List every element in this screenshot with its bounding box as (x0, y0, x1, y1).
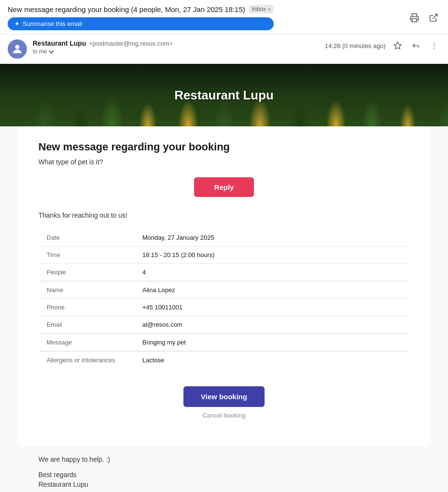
table-row: People 4 (39, 264, 410, 281)
external-link-button[interactable] (427, 11, 440, 25)
timestamp: 14:28 (0 minutes ago) (325, 42, 386, 49)
people-label: People (39, 264, 135, 281)
happy-text: We are happy to help. :) (38, 455, 410, 463)
to-me[interactable]: to me (33, 48, 173, 55)
table-row: Name Alina Lopez (39, 282, 410, 299)
name-value: Alina Lopez (135, 282, 410, 299)
top-bar-left: New message regarding your booking (4 pe… (8, 5, 274, 30)
print-button[interactable] (408, 11, 421, 25)
reply-button[interactable]: Reply (194, 177, 254, 197)
chevron-down-icon (48, 48, 54, 53)
sender-row: Restaurant Lupu <postmaster@mg.resos.com… (0, 35, 448, 64)
sender-right: 14:28 (0 minutes ago) (325, 39, 440, 52)
thanks-text: Thanks for reaching out to us! (38, 211, 410, 219)
top-bar-actions (408, 11, 440, 25)
summarise-label: Summarise this email (23, 20, 82, 27)
sender-name: Restaurant Lupu (33, 39, 86, 47)
message-label: Message (39, 334, 135, 351)
booking-details-table: Date Monday, 27 January 2025 Time 18:15 … (38, 229, 410, 369)
sender-left: Restaurant Lupu <postmaster@mg.resos.com… (8, 39, 173, 59)
view-booking-button[interactable]: View booking (183, 386, 264, 407)
email-header-image: Restaurant Lupu (0, 64, 448, 126)
inbox-close-icon[interactable]: × (268, 6, 271, 12)
allergens-label: Allergens or intolerances (39, 352, 135, 369)
email-content: New message regarding your booking What … (0, 126, 448, 492)
svg-point-6 (434, 48, 435, 49)
booking-title: New message regarding your booking (38, 141, 410, 153)
svg-point-2 (15, 45, 20, 49)
table-row: Email al@resos.com (39, 316, 410, 333)
best-regards: Best regards (38, 471, 410, 479)
avatar (8, 39, 27, 59)
date-value: Monday, 27 January 2025 (135, 229, 410, 246)
sparkle-icon: ✦ (14, 20, 20, 27)
sender-name-line: Restaurant Lupu <postmaster@mg.resos.com… (33, 39, 173, 47)
table-row: Phone +45 10011001 (39, 299, 410, 316)
footer-restaurant-name: Restaurant Lupu (38, 480, 410, 488)
more-options-button[interactable] (428, 39, 440, 52)
svg-point-4 (434, 43, 435, 44)
email-footer-text: We are happy to help. :) Best regards Re… (19, 446, 429, 492)
top-bar: New message regarding your booking (4 pe… (0, 0, 448, 35)
message-value: Bringing my pet (135, 334, 410, 351)
inbox-label: Inbox (252, 6, 266, 12)
allergens-value: Lactose (135, 352, 410, 369)
subject-line: New message regarding your booking (4 pe… (8, 5, 274, 13)
table-row: Date Monday, 27 January 2025 (39, 229, 410, 246)
table-row: Allergens or intolerances Lactose (39, 352, 410, 369)
time-label: Time (39, 246, 135, 264)
email-label: Email (39, 316, 135, 333)
name-label: Name (39, 282, 135, 299)
booking-question: What type of pet is it? (38, 158, 410, 166)
summarise-button[interactable]: ✦ Summarise this email (8, 17, 274, 30)
svg-line-1 (433, 14, 437, 18)
svg-rect-0 (412, 18, 417, 22)
people-value: 4 (135, 264, 410, 281)
view-booking-section: View booking Cancel booking (38, 379, 410, 427)
to-me-label: to me (33, 48, 47, 55)
email-value: al@resos.com (135, 316, 410, 333)
star-button[interactable] (391, 39, 404, 52)
email-subject: New message regarding your booking (4 pe… (8, 5, 245, 13)
sender-email: <postmaster@mg.resos.com> (89, 40, 172, 47)
restaurant-header-title: Restaurant Lupu (174, 88, 274, 103)
reply-header-button[interactable] (410, 39, 422, 52)
phone-label: Phone (39, 299, 135, 316)
date-label: Date (39, 229, 135, 246)
email-body: Restaurant Lupu New message regarding yo… (0, 64, 448, 492)
time-value: 18:15 - 20:15 (2:00 hours) (135, 246, 410, 264)
inbox-badge: Inbox × (249, 5, 274, 13)
table-row: Time 18:15 - 20:15 (2:00 hours) (39, 246, 410, 264)
table-row: Message Bringing my pet (39, 334, 410, 351)
reply-button-wrap: Reply (38, 177, 410, 197)
sender-info: Restaurant Lupu <postmaster@mg.resos.com… (33, 39, 173, 55)
svg-marker-3 (394, 42, 401, 49)
email-main: New message regarding your booking What … (19, 126, 429, 446)
svg-point-5 (434, 45, 435, 46)
phone-value: +45 10011001 (135, 299, 410, 316)
cancel-booking-link[interactable]: Cancel booking (203, 412, 246, 419)
